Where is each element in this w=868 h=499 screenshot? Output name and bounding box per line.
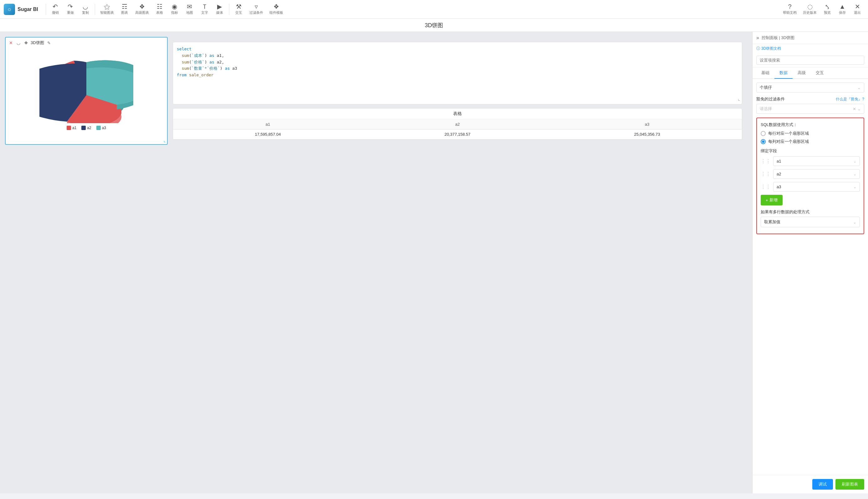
bind-row-a3: ⋮⋮ a3 ⌄ xyxy=(761,182,860,192)
table-title: 表格 xyxy=(173,109,742,119)
multi-row-section: 如果有多行数据的处理方式 取累加值 ⌄ xyxy=(761,209,860,227)
radio-dot-col xyxy=(762,141,764,143)
advanced-chart-button[interactable]: ❖ 高级图表 xyxy=(133,2,152,16)
help-button[interactable]: ? 帮助文档 xyxy=(781,2,799,16)
widget-close-button[interactable]: ✕ xyxy=(8,40,14,46)
component-template-button[interactable]: ❖ 组件模板 xyxy=(267,2,286,16)
field-select-a3[interactable]: a3 ⌄ xyxy=(773,182,860,192)
sql-panel[interactable]: select sum(`成本`) as a1, sum(`价格`) as a2,… xyxy=(173,42,742,105)
filter-button[interactable]: ▿ 过滤条件 xyxy=(247,2,266,16)
map-button[interactable]: ✉ 地图 xyxy=(183,2,197,16)
advanced-chart-icon: ❖ xyxy=(139,3,145,10)
app-name: Sugar BI xyxy=(17,7,38,12)
tab-basic[interactable]: 基础 xyxy=(756,68,774,79)
component-template-icon: ❖ xyxy=(273,3,279,10)
search-bar xyxy=(752,53,868,68)
avoid-filter-label: 豁免的过滤条件 xyxy=(756,96,785,102)
sidebar-header: » 控制面板 | 3D饼图 xyxy=(752,32,868,44)
drag-handle-a3[interactable]: ⋮⋮ xyxy=(761,184,771,190)
field-select-a2[interactable]: a2 ⌄ xyxy=(773,169,860,179)
radio-group: 每行对应一个扇形区域 每列对应一个扇形区域 xyxy=(761,131,860,144)
field-select-a1[interactable]: a1 ⌄ xyxy=(773,156,860,166)
metric-button[interactable]: ◉ 指标 xyxy=(168,2,181,16)
exit-button[interactable]: ✕ 退出 xyxy=(851,2,864,16)
save-button[interactable]: ▲ 保存 xyxy=(835,2,849,16)
refresh-chart-button[interactable]: 刷新图表 xyxy=(835,479,864,490)
radio-row-option[interactable]: 每行对应一个扇形区域 xyxy=(761,131,860,136)
table-button[interactable]: ☷ 表格 xyxy=(153,2,166,16)
sql-config-title: SQL数据使用方式： xyxy=(761,122,860,127)
col-header-a2: a2 xyxy=(362,119,552,130)
chart-button[interactable]: ☶ 图表 xyxy=(118,2,131,16)
avoid-filter-select[interactable]: 请选择 ✕ ⌄ xyxy=(756,104,864,114)
chart-icon: ☶ xyxy=(122,3,127,10)
media-button[interactable]: ▶ 媒体 xyxy=(213,2,227,16)
redo-button[interactable]: ↷ 重做 xyxy=(63,2,77,16)
data-table: a1 a2 a3 17,595,857.04 20,377,158.57 25,… xyxy=(173,119,742,139)
page-title-input[interactable] xyxy=(387,22,481,28)
media-icon: ▶ xyxy=(217,3,222,10)
legend-label-a1: a1 xyxy=(72,126,76,130)
right-content: select sum(`成本`) as a1, sum(`价格`) as a2,… xyxy=(173,37,747,145)
widget-title: 3D饼图 xyxy=(31,40,44,46)
interact-button[interactable]: ⚒ 交互 xyxy=(232,2,246,16)
copy-button[interactable]: ◡ 复制 xyxy=(79,2,92,16)
help-icon: ? xyxy=(788,3,791,10)
chart-widget: ✕ ◡ ❖ 3D饼图 ✎ xyxy=(5,37,168,145)
tab-advanced[interactable]: 高级 xyxy=(793,68,811,79)
add-field-button[interactable]: + 新增 xyxy=(761,195,783,205)
tab-interact[interactable]: 交互 xyxy=(811,68,829,79)
doc-link-text: 3D饼图文档 xyxy=(761,46,781,51)
col-header-a3: a3 xyxy=(552,119,742,130)
sql-resize-handle[interactable]: ⌞ xyxy=(738,95,741,103)
pie-chart-svg xyxy=(39,54,133,123)
avoid-filter-section: 豁免的过滤条件 什么是『豁免』? 请选择 ✕ ⌄ xyxy=(756,96,864,114)
title-bar xyxy=(0,19,868,32)
preview-button[interactable]: ⤣ 预览 xyxy=(820,2,834,16)
legend-label-a3: a3 xyxy=(102,126,106,130)
widget-duplicate-button[interactable]: ◡ xyxy=(16,40,21,46)
widget-resize-handle[interactable]: ⌞ xyxy=(164,138,166,143)
table-panel: 表格 a1 a2 a3 17,595,857.04 xyxy=(173,108,742,140)
text-button[interactable]: Ｔ 文字 xyxy=(198,2,212,16)
sql-keyword-select: select xyxy=(177,47,191,51)
smart-chart-button[interactable]: ⚝ 智能图表 xyxy=(98,2,116,16)
top-dropdown-chevron: ⌄ xyxy=(857,85,861,90)
toolbar-sep-2 xyxy=(95,4,95,15)
settings-search-input[interactable] xyxy=(756,56,864,65)
bind-label: 绑定字段 xyxy=(761,148,860,154)
avoid-filter-icons: ✕ ⌄ xyxy=(853,107,861,111)
sidebar-expand-button[interactable]: » xyxy=(756,35,759,41)
exit-icon: ✕ xyxy=(855,3,860,10)
widget-resize-button[interactable]: ❖ xyxy=(23,40,29,46)
sidebar-breadcrumb: 控制面板 | 3D饼图 xyxy=(762,35,795,41)
sidebar-bottom: 调试 刷新图表 xyxy=(752,475,868,494)
map-icon: ✉ xyxy=(187,3,192,10)
metric-icon: ◉ xyxy=(172,3,177,10)
sidebar-content: 个填仔 ⌄ 豁免的过滤条件 什么是『豁免』? 请选择 ✕ ⌄ xyxy=(752,79,868,475)
sidebar-tabs: 基础 数据 高级 交互 xyxy=(752,68,868,79)
logo-icon: ☼ xyxy=(4,4,15,15)
add-label: 新增 xyxy=(770,197,777,203)
cell-a2: 20,377,158.57 xyxy=(362,130,552,139)
doc-link-icon: ⓘ xyxy=(756,46,760,51)
sidebar-doc-link[interactable]: ⓘ 3D饼图文档 xyxy=(752,44,868,53)
preview-icon: ⤣ xyxy=(825,3,830,10)
cell-a3: 25,045,356.73 xyxy=(552,130,742,139)
top-dropdown[interactable]: 个填仔 ⌄ xyxy=(756,83,864,93)
widget-edit-icon[interactable]: ✎ xyxy=(47,41,51,45)
drag-handle-a1[interactable]: ⋮⋮ xyxy=(761,158,771,164)
redo-icon: ↷ xyxy=(68,3,73,10)
legend-color-a1 xyxy=(67,126,71,130)
legend-color-a2 xyxy=(81,126,86,130)
legend-label-a2: a2 xyxy=(87,126,91,130)
history-button[interactable]: ◌ 历史版本 xyxy=(800,2,819,16)
radio-col-option[interactable]: 每列对应一个扇形区域 xyxy=(761,139,860,144)
undo-button[interactable]: ↶ 撤销 xyxy=(48,2,62,16)
avoid-filter-link[interactable]: 什么是『豁免』? xyxy=(836,97,864,102)
field-value-a2: a2 xyxy=(777,172,781,177)
drag-handle-a2[interactable]: ⋮⋮ xyxy=(761,171,771,177)
tab-data[interactable]: 数据 xyxy=(774,68,793,79)
debug-button[interactable]: 调试 xyxy=(812,479,833,490)
multi-row-select[interactable]: 取累加值 ⌄ xyxy=(761,217,860,227)
